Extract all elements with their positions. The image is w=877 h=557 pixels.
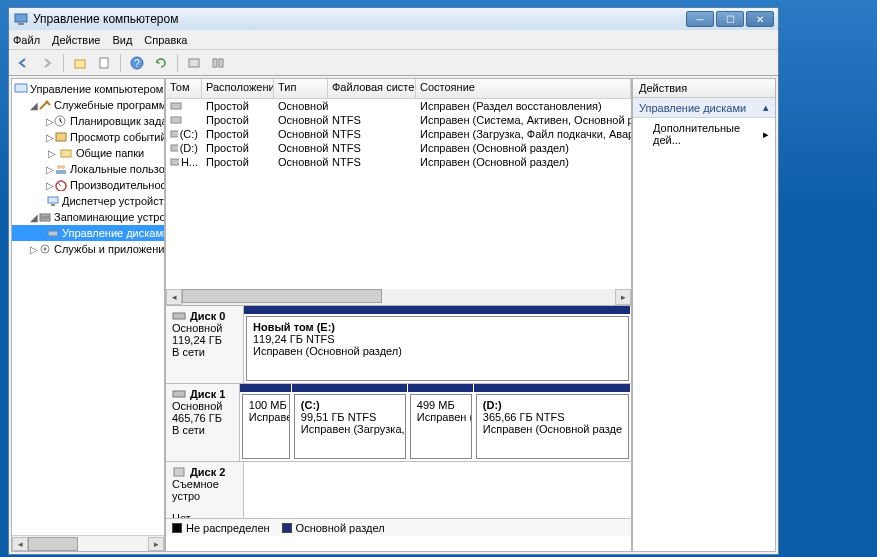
forward-button[interactable] [37,53,57,73]
volume-row[interactable]: (D:)ПростойОсновнойNTFSИсправен (Основно… [166,141,631,155]
svg-rect-27 [171,145,178,151]
toolbar: ? [9,50,778,76]
col-layout[interactable]: Расположение [202,79,274,98]
disk-0-label: Диск 0 Основной 119,24 ГБ В сети [166,306,244,383]
help-button[interactable]: ? [127,53,147,73]
scroll-right-button[interactable]: ▸ [615,289,631,305]
tree-hscrollbar[interactable]: ◂ ▸ [12,535,164,551]
disk-1-partition-0[interactable]: 100 МБ N Исправен [242,394,290,459]
expand-icon[interactable]: ▷ [46,148,58,159]
svg-rect-15 [56,170,66,174]
refresh-button[interactable] [151,53,171,73]
expand-icon[interactable]: ▷ [46,116,54,127]
middle-pane: Том Расположение Тип Файловая система Со… [165,78,632,552]
event-icon [54,130,68,144]
collapse-icon: ▴ [763,101,769,114]
tree-event-viewer[interactable]: ▷Просмотр событий [12,129,164,145]
toolbar-extra-2[interactable] [208,53,228,73]
svg-rect-28 [171,159,179,165]
col-status[interactable]: Состояние [416,79,631,98]
tools-icon [38,98,52,112]
titlebar[interactable]: Управление компьютером ─ ☐ ✕ [9,8,778,30]
storage-icon [38,210,52,224]
expand-icon[interactable]: ▷ [46,164,54,175]
menu-help[interactable]: Справка [144,34,187,46]
tree-device-manager[interactable]: Диспетчер устройств [12,193,164,209]
disk-0-block[interactable]: Диск 0 Основной 119,24 ГБ В сети Новый т… [166,306,631,384]
volume-row[interactable]: Н...ПростойОсновнойNTFSИсправен (Основно… [166,155,631,169]
computer-icon [14,82,28,96]
minimize-button[interactable]: ─ [686,11,714,27]
collapse-icon[interactable]: ◢ [30,212,38,223]
disk-0-partition-0[interactable]: Новый том (E:) 119,24 ГБ NTFS Исправен (… [246,316,629,381]
up-button[interactable] [70,53,90,73]
svg-rect-7 [213,59,217,67]
services-icon [38,242,52,256]
actions-section-diskmgmt[interactable]: Управление дисками ▴ [633,98,775,118]
tree-performance[interactable]: ▷Производительность [12,177,164,193]
tree-local-users[interactable]: ▷Локальные пользоват [12,161,164,177]
svg-point-14 [61,165,65,169]
back-button[interactable] [13,53,33,73]
menu-file[interactable]: Файл [13,34,40,46]
menu-view[interactable]: Вид [112,34,132,46]
svg-rect-0 [15,14,27,22]
close-button[interactable]: ✕ [746,11,774,27]
perf-icon [54,178,68,192]
expand-icon[interactable]: ▷ [30,244,38,255]
disk-1-block[interactable]: Диск 1 Основной 465,76 ГБ В сети 100 МБ … [166,384,631,462]
disk-1-partition-2[interactable]: 499 МБ Исправен (Р [410,394,472,459]
chevron-right-icon: ▸ [763,128,769,141]
tree-shared-folders[interactable]: ▷Общие папки [12,145,164,161]
disk-2-block[interactable]: Диск 2 Съемное устро Нет носителя [166,462,631,518]
tree-root[interactable]: Управление компьютером (л [12,81,164,97]
svg-rect-1 [18,23,24,25]
tree-system-tools[interactable]: ◢Служебные программы [12,97,164,113]
svg-rect-26 [171,131,178,137]
svg-text:?: ? [134,58,140,69]
volume-row[interactable]: ПростойОсновнойNTFSИсправен (Система, Ак… [166,113,631,127]
tree-storage[interactable]: ◢Запоминающие устройс [12,209,164,225]
col-filesystem[interactable]: Файловая система [328,79,416,98]
window-title: Управление компьютером [33,12,178,26]
svg-rect-17 [48,197,58,203]
svg-rect-6 [189,59,199,67]
properties-button[interactable] [94,53,114,73]
volume-hscrollbar[interactable]: ◂ ▸ [166,289,631,305]
scroll-left-button[interactable]: ◂ [166,289,182,305]
legend-unallocated: Не распределен [172,522,270,534]
menubar: Файл Действие Вид Справка [9,30,778,50]
disk-1-partition-3[interactable]: (D:) 365,66 ГБ NTFS Исправен (Основной р… [476,394,629,459]
toolbar-extra-1[interactable] [184,53,204,73]
menu-action[interactable]: Действие [52,34,100,46]
col-type[interactable]: Тип [274,79,328,98]
volume-row[interactable]: ПростойОсновнойИсправен (Раздел восстано… [166,99,631,113]
volume-list: Том Расположение Тип Файловая система Со… [165,78,632,306]
actions-header: Действия [633,79,775,98]
col-volume[interactable]: Том [166,79,202,98]
expand-icon[interactable]: ▷ [46,180,54,191]
scroll-right-button[interactable]: ▸ [148,537,164,551]
scroll-left-button[interactable]: ◂ [12,537,28,551]
maximize-button[interactable]: ☐ [716,11,744,27]
actions-more-link[interactable]: Дополнительные дей... ▸ [633,118,775,150]
legend: Не распределен Основной раздел [166,518,631,536]
svg-rect-19 [40,214,50,217]
disk-icon [172,388,186,400]
expand-icon[interactable]: ▷ [46,132,54,143]
device-icon [46,194,60,208]
users-icon [54,162,68,176]
computer-management-window: Управление компьютером ─ ☐ ✕ Файл Действ… [8,7,779,555]
collapse-icon[interactable]: ◢ [30,100,38,111]
actions-pane: Действия Управление дисками ▴ Дополнител… [632,78,776,552]
tree-services-apps[interactable]: ▷Службы и приложения [12,241,164,257]
tree-disk-management[interactable]: Управление дисками [12,225,164,241]
svg-rect-11 [56,133,66,141]
volume-row[interactable]: (C:)ПростойОсновнойNTFSИсправен (Загрузк… [166,127,631,141]
svg-rect-20 [40,218,50,221]
console-tree[interactable]: Управление компьютером (л ◢Служебные про… [12,79,164,259]
svg-rect-24 [171,103,181,109]
disk-1-partition-1[interactable]: (C:) 99,51 ГБ NTFS Исправен (Загрузка, Ф… [294,394,406,459]
volume-rows[interactable]: ПростойОсновнойИсправен (Раздел восстано… [166,99,631,289]
tree-task-scheduler[interactable]: ▷Планировщик заданий [12,113,164,129]
